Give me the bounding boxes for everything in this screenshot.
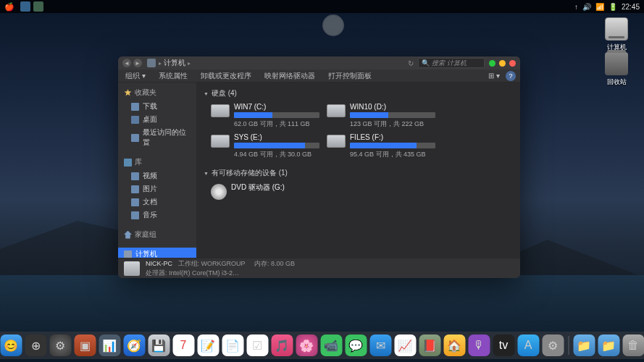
- dock-iterm[interactable]: ▣: [74, 334, 96, 356]
- group-removable[interactable]: ▼有可移动存储的设备 (1): [204, 165, 513, 181]
- sidebar-item-music[interactable]: 音乐: [118, 209, 196, 222]
- dock-notes[interactable]: 📝: [197, 334, 219, 356]
- sidebar-item-recent[interactable]: 最近访问的位置: [118, 126, 196, 149]
- computer-icon: [605, 17, 628, 41]
- dock-photos[interactable]: 🌸: [296, 334, 317, 356]
- toolbar-control-panel[interactable]: 打开控制面板: [325, 70, 375, 82]
- dock-tv[interactable]: tv: [493, 334, 514, 356]
- dock-safari[interactable]: 🧭: [123, 334, 145, 356]
- dock-mail[interactable]: ✉: [369, 334, 391, 356]
- toolbar-uninstall[interactable]: 卸载或更改程序: [198, 70, 254, 82]
- sidebar-item-desktop[interactable]: 桌面: [118, 113, 196, 126]
- toolbar-map-drive[interactable]: 映射网络驱动器: [262, 70, 318, 82]
- dock-folder-downloads[interactable]: 📁: [573, 334, 595, 356]
- drive-item[interactable]: FILES (F:)95.4 GB 可用，共 435 GB: [327, 133, 435, 159]
- status-cpu-label: 处理器:: [146, 269, 167, 277]
- sidebar: 收藏夹 下载 桌面 最近访问的位置 库 视频 图片 文档 音乐 家庭组 计算机 …: [118, 83, 196, 258]
- breadcrumb-dropdown[interactable]: ▸: [188, 60, 191, 67]
- search-input[interactable]: 🔍 搜索 计算机: [418, 58, 485, 68]
- dock-separator: [568, 336, 569, 355]
- sidebar-homegroup-header[interactable]: 家庭组: [118, 227, 196, 242]
- computer-icon: [147, 59, 156, 67]
- help-button[interactable]: ?: [506, 71, 516, 81]
- drive-capacity-text: 95.4 GB 可用，共 435 GB: [350, 150, 435, 159]
- menubar-app-icon[interactable]: [20, 1, 30, 12]
- sidebar-favorites-header[interactable]: 收藏夹: [118, 85, 196, 100]
- dock-activity[interactable]: 📊: [99, 334, 120, 356]
- dock-facetime[interactable]: 📹: [320, 334, 342, 356]
- capacity-bar: [350, 112, 435, 118]
- folder-icon: [131, 103, 139, 111]
- home-icon: [124, 231, 132, 239]
- sidebar-item-computer[interactable]: 计算机: [118, 248, 196, 258]
- breadcrumb-sep: ▸: [159, 60, 162, 67]
- hdd-icon: [211, 135, 230, 148]
- drive-item[interactable]: SYS (E:)4.94 GB 可用，共 30.0 GB: [211, 133, 319, 159]
- dock-folder-documents[interactable]: 📁: [598, 334, 619, 356]
- search-icon: 🔍: [422, 59, 430, 67]
- menubar-app-icon[interactable]: [33, 1, 43, 12]
- status-cpu: Intel(R) Core(TM) i3-2…: [169, 269, 239, 277]
- folder-icon: [131, 198, 139, 206]
- dock-books[interactable]: 📕: [419, 334, 440, 356]
- upload-icon[interactable]: ↑: [574, 3, 578, 11]
- sidebar-item-downloads[interactable]: 下载: [118, 100, 196, 113]
- dock-reminders[interactable]: ☑: [246, 334, 268, 356]
- explorer-window: ◄ ► ▸ 计算机 ▸ ↻ 🔍 搜索 计算机 组织 ▾ 系统属性 卸载或更改程序…: [118, 56, 520, 278]
- view-options-icon[interactable]: ⊞ ▾: [485, 71, 503, 80]
- desktop-trash-icon[interactable]: 回收站: [599, 52, 634, 87]
- dock-dashboard[interactable]: ⊕: [25, 334, 46, 356]
- clock[interactable]: 22:45: [622, 3, 640, 11]
- dock-settings[interactable]: ⚙: [49, 334, 71, 356]
- drive-item[interactable]: WIN7 (C:)62.0 GB 可用，共 111 GB: [211, 103, 319, 129]
- library-icon: [124, 159, 132, 167]
- dock-trash[interactable]: 🗑: [622, 334, 644, 356]
- desktop-icon-label: 回收站: [599, 77, 634, 87]
- folder-icon: [131, 211, 139, 219]
- sidebar-item-pictures[interactable]: 图片: [118, 182, 196, 195]
- dock-textedit[interactable]: 📄: [222, 334, 243, 356]
- dock-finder[interactable]: 😊: [0, 334, 22, 356]
- sidebar-libraries-header[interactable]: 库: [118, 155, 196, 169]
- breadcrumb[interactable]: 计算机: [164, 58, 185, 68]
- volume-icon[interactable]: 🔊: [582, 3, 591, 11]
- desktop-icon: [131, 116, 139, 124]
- titlebar[interactable]: ◄ ► ▸ 计算机 ▸ ↻ 🔍 搜索 计算机: [118, 56, 520, 70]
- close-button[interactable]: [509, 60, 516, 67]
- dock-music[interactable]: 🎵: [271, 334, 293, 356]
- dock-drive[interactable]: 💾: [148, 334, 170, 356]
- dock-calendar[interactable]: 7: [172, 334, 194, 356]
- dock-messages[interactable]: 💬: [345, 334, 367, 356]
- drive-item[interactable]: DVD 驱动器 (G:): [211, 182, 319, 200]
- menubar: 🍎 ↑ 🔊 📶 🔋 22:45: [0, 0, 644, 13]
- forward-button[interactable]: ►: [133, 59, 142, 67]
- dock-podcasts[interactable]: 🎙: [468, 334, 490, 356]
- dock-preferences[interactable]: ⚙: [542, 334, 564, 356]
- sidebar-item-videos[interactable]: 视频: [118, 169, 196, 182]
- dock-home[interactable]: 🏠: [443, 334, 465, 356]
- back-button[interactable]: ◄: [122, 59, 131, 67]
- wifi-icon[interactable]: 📶: [595, 3, 604, 11]
- drive-item[interactable]: WIN10 (D:)123 GB 可用，共 222 GB: [327, 103, 435, 129]
- minimize-button[interactable]: [489, 60, 495, 67]
- organize-menu[interactable]: 组织 ▾: [122, 70, 149, 82]
- dvd-icon: [211, 184, 227, 200]
- maximize-button[interactable]: [499, 60, 506, 67]
- computer-icon: [124, 251, 132, 258]
- toolbar: 组织 ▾ 系统属性 卸载或更改程序 映射网络驱动器 打开控制面板 ⊞ ▾ ?: [118, 70, 520, 83]
- hdd-icon: [327, 135, 346, 148]
- toolbar-properties[interactable]: 系统属性: [156, 70, 191, 82]
- dock: 😊 ⊕ ⚙ ▣ 📊 🧭 💾 7 📝 📄 ☑ 🎵 🌸 📹 💬 ✉ 📈 📕 🏠 🎙 …: [0, 332, 644, 359]
- search-placeholder: 搜索 计算机: [432, 59, 467, 68]
- sidebar-item-documents[interactable]: 文档: [118, 195, 196, 209]
- folder-icon: [131, 185, 139, 193]
- dock-stocks[interactable]: 📈: [394, 334, 416, 356]
- group-hard-disks[interactable]: ▼硬盘 (4): [204, 85, 513, 101]
- apple-menu-icon[interactable]: 🍎: [4, 2, 14, 12]
- refresh-icon[interactable]: ↻: [408, 59, 414, 67]
- battery-icon[interactable]: 🔋: [609, 3, 617, 11]
- content-area: ▼硬盘 (4) WIN7 (C:)62.0 GB 可用，共 111 GBWIN1…: [196, 83, 520, 258]
- capacity-bar: [234, 112, 319, 118]
- desktop-computer-icon[interactable]: 计算机: [599, 17, 634, 52]
- dock-appstore[interactable]: A: [517, 334, 539, 356]
